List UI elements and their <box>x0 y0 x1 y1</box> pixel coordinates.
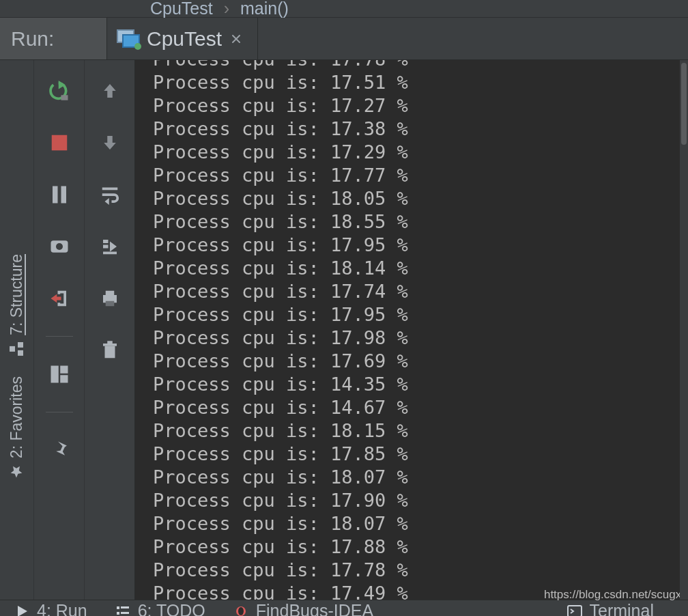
bottom-tab-terminal-label: Terminal <box>590 601 654 616</box>
console-line: Process cpu is: 17.69 % <box>153 350 688 373</box>
breadcrumb-method[interactable]: main() <box>238 0 291 18</box>
bug-icon <box>233 603 249 617</box>
terminal-icon <box>567 603 583 617</box>
console-line: Process cpu is: 17.78 % <box>153 559 688 582</box>
run-panel-label: Run: <box>0 18 107 59</box>
svg-rect-2 <box>10 346 16 352</box>
layout-button[interactable] <box>45 360 74 389</box>
console-line: Process cpu is: 17.85 % <box>153 443 688 466</box>
stop-button[interactable] <box>45 128 74 157</box>
exit-button[interactable] <box>45 284 74 313</box>
console-line: Process cpu is: 17.29 % <box>153 141 688 164</box>
console-line: Process cpu is: 17.78 % <box>153 60 688 71</box>
bottom-tab-findbugs[interactable]: FindBugs-IDEA <box>219 601 387 616</box>
bottom-tab-todo-label: 6: TODO <box>138 601 205 616</box>
svg-rect-19 <box>117 606 119 609</box>
svg-rect-3 <box>61 95 68 100</box>
dump-threads-button[interactable] <box>45 232 74 261</box>
watermark-text: https://blog.csdn.net/scugxl <box>544 588 684 602</box>
star-icon <box>10 465 24 479</box>
console-line: Process cpu is: 17.77 % <box>153 164 688 187</box>
run-actions-col-1 <box>34 60 85 600</box>
svg-rect-18 <box>107 341 113 344</box>
console-line: Process cpu is: 14.67 % <box>153 396 688 419</box>
clear-button[interactable] <box>96 336 124 365</box>
svg-rect-0 <box>18 350 24 356</box>
close-icon[interactable] <box>229 31 244 46</box>
console-line: Process cpu is: 18.15 % <box>153 419 688 443</box>
console-line: Process cpu is: 17.74 % <box>153 280 688 303</box>
favorites-label: 2: Favorites <box>8 376 26 458</box>
favorites-tool-tab[interactable]: 2: Favorites <box>8 376 26 479</box>
application-icon <box>117 29 140 48</box>
svg-point-8 <box>56 243 63 250</box>
console-line: Process cpu is: 18.07 % <box>153 512 688 535</box>
bottom-tab-terminal[interactable]: Terminal <box>553 601 668 616</box>
breadcrumb: CpuTest › main() <box>0 0 688 18</box>
console-line: Process cpu is: 14.35 % <box>153 373 688 396</box>
run-actions-col-2 <box>85 60 135 600</box>
soft-wrap-button[interactable] <box>96 180 124 209</box>
svg-rect-4 <box>51 135 67 151</box>
pause-button[interactable] <box>45 180 74 209</box>
svg-rect-6 <box>61 186 66 204</box>
separator <box>46 412 73 412</box>
svg-point-24 <box>238 607 244 615</box>
console-line: Process cpu is: 18.55 % <box>153 210 688 234</box>
scroll-to-end-button[interactable] <box>96 232 124 261</box>
run-tabrow: Run: CpuTest <box>0 18 688 60</box>
console-line: Process cpu is: 17.98 % <box>153 326 688 350</box>
breadcrumb-class[interactable]: CpuTest <box>147 0 216 18</box>
console-line: Process cpu is: 18.05 % <box>153 187 688 210</box>
bottom-tab-run[interactable]: 4: Run <box>0 601 101 616</box>
svg-rect-17 <box>103 344 117 346</box>
structure-label: 7: Structure <box>8 254 26 335</box>
console-output[interactable]: Process cpu is: 17.78 %Process cpu is: 1… <box>135 60 688 600</box>
console-line: Process cpu is: 18.07 % <box>153 466 688 489</box>
console-line: Process cpu is: 17.90 % <box>153 489 688 512</box>
svg-rect-16 <box>104 346 115 359</box>
run-config-tab[interactable]: CpuTest <box>107 18 258 59</box>
svg-rect-22 <box>121 612 129 614</box>
vertical-scrollbar[interactable] <box>680 60 688 600</box>
svg-rect-5 <box>53 186 58 204</box>
left-tool-strip: 7: Structure 2: Favorites <box>0 60 34 600</box>
console-line: Process cpu is: 17.95 % <box>153 303 688 326</box>
svg-rect-9 <box>51 366 58 383</box>
console-line: Process cpu is: 17.51 % <box>153 71 688 94</box>
bottom-toolbar: 4: Run 6: TODO FindBugs-IDEA Terminal ht… <box>0 600 688 616</box>
console-line: Process cpu is: 17.95 % <box>153 234 688 257</box>
scrollbar-thumb[interactable] <box>681 63 687 145</box>
bottom-tab-findbugs-label: FindBugs-IDEA <box>256 601 373 616</box>
svg-rect-15 <box>105 301 114 307</box>
svg-rect-1 <box>18 342 24 348</box>
rerun-button[interactable] <box>45 76 74 105</box>
svg-rect-12 <box>103 252 117 255</box>
svg-rect-11 <box>60 375 68 382</box>
svg-rect-10 <box>60 366 68 374</box>
bottom-tab-run-label: 4: Run <box>37 601 87 616</box>
print-button[interactable] <box>96 284 124 313</box>
svg-rect-20 <box>121 606 129 608</box>
breadcrumb-separator: › <box>216 0 238 18</box>
separator <box>46 336 73 337</box>
svg-rect-25 <box>568 606 582 617</box>
pin-button[interactable] <box>45 436 74 464</box>
svg-rect-21 <box>117 612 119 615</box>
list-icon <box>115 603 131 617</box>
scroll-up-button[interactable] <box>96 76 124 105</box>
bottom-tab-todo[interactable]: 6: TODO <box>101 601 219 616</box>
svg-rect-14 <box>105 291 114 295</box>
console-line: Process cpu is: 17.88 % <box>153 535 688 559</box>
run-config-name: CpuTest <box>147 27 222 51</box>
structure-tool-tab[interactable]: 7: Structure <box>8 254 26 356</box>
console-line: Process cpu is: 18.14 % <box>153 257 688 280</box>
console-line: Process cpu is: 17.27 % <box>153 94 688 117</box>
console-line: Process cpu is: 17.38 % <box>153 117 688 141</box>
play-icon <box>14 603 30 617</box>
scroll-down-button[interactable] <box>96 128 124 157</box>
structure-icon <box>10 342 24 356</box>
